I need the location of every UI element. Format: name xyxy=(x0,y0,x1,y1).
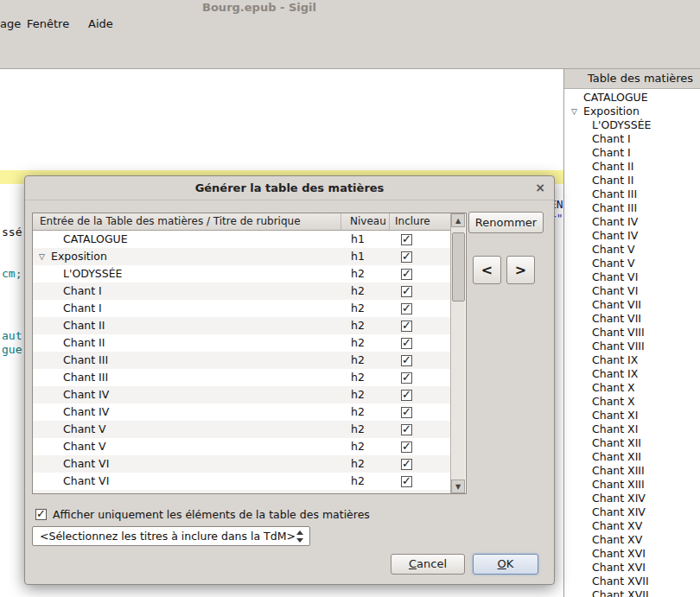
toc-tree-item[interactable]: Chant VII xyxy=(564,312,700,326)
menu-fenetre[interactable]: Fenêtre xyxy=(27,14,69,35)
include-checkbox[interactable] xyxy=(401,424,412,435)
toc-tree-item[interactable]: Chant I xyxy=(564,132,700,146)
include-checkbox[interactable] xyxy=(401,476,412,487)
include-checkbox[interactable] xyxy=(401,251,412,263)
toc-tree-item[interactable]: Chant V xyxy=(564,243,700,257)
toc-tree-item[interactable]: Chant XIV xyxy=(564,492,700,505)
include-checkbox[interactable] xyxy=(401,234,412,245)
toc-table-row[interactable]: Chant VII h2 xyxy=(33,490,450,494)
toc-entry-label: Chant IV xyxy=(63,386,109,403)
filter-checkbox[interactable] xyxy=(35,509,47,520)
window-titlebar[interactable]: Bourg.epub - Sigil xyxy=(0,0,700,14)
close-icon[interactable]: × xyxy=(535,176,545,200)
toc-tree-item[interactable]: Chant XIV xyxy=(564,505,700,519)
toc-tree-item[interactable]: Chant XVI xyxy=(564,561,700,575)
toc-tree-item[interactable]: Chant VIII xyxy=(564,340,700,353)
include-checkbox[interactable] xyxy=(401,338,412,349)
toc-tree-item[interactable]: Chant X xyxy=(564,381,700,395)
toc-table-row[interactable]: Exposition h1 xyxy=(33,248,450,265)
include-checkbox[interactable] xyxy=(401,321,412,332)
header-level[interactable]: Niveau xyxy=(341,213,390,230)
rename-button[interactable]: Renommer xyxy=(468,212,544,233)
toc-entry-level: h2 xyxy=(341,352,390,369)
toc-table-row[interactable]: Chant IV h2 xyxy=(33,403,450,421)
toc-entry-level: h2 xyxy=(341,421,390,438)
toc-tree-item[interactable]: Chant XI xyxy=(564,422,700,436)
toc-item-label: Chant XIV xyxy=(592,505,646,519)
toc-table-row[interactable]: Chant V h2 xyxy=(33,438,450,455)
include-checkbox[interactable] xyxy=(401,355,412,366)
toc-tree-item[interactable]: CATALOGUE xyxy=(564,91,700,105)
toc-tree-item[interactable]: Chant IV xyxy=(564,215,700,229)
expander-icon[interactable] xyxy=(39,248,51,265)
toc-table-row[interactable]: CATALOGUE h1 xyxy=(33,231,450,248)
toc-table-row[interactable]: Chant II h2 xyxy=(33,334,450,352)
cancel-button[interactable]: Cancel xyxy=(391,554,465,575)
include-checkbox[interactable] xyxy=(401,493,412,495)
toc-tree-item[interactable]: Chant IX xyxy=(564,353,700,367)
expander-icon[interactable] xyxy=(571,105,583,118)
filter-label[interactable]: Afficher uniquement les éléments de la t… xyxy=(53,508,370,521)
toc-tree-item[interactable]: Chant VII xyxy=(564,298,700,312)
toc-tree-item[interactable]: Chant IV xyxy=(564,229,700,243)
toc-tree-item[interactable]: Chant III xyxy=(564,201,700,215)
header-entry[interactable]: Entrée de la Table des matières / Titre … xyxy=(33,213,341,230)
include-titles-select[interactable]: <Sélectionnez les titres à inclure dans … xyxy=(32,526,310,546)
toc-table-row[interactable]: L'ODYSSÉE h2 xyxy=(33,265,450,283)
toc-tree-item[interactable]: Chant XII xyxy=(564,450,700,464)
toc-tree-item[interactable]: Chant XIII xyxy=(564,478,700,492)
toc-table-row[interactable]: Chant III h2 xyxy=(33,352,450,369)
dialog-titlebar[interactable]: Générer la table des matières × xyxy=(25,176,554,200)
toc-table-row[interactable]: Chant V h2 xyxy=(33,421,450,438)
decrease-level-button[interactable]: < xyxy=(473,256,501,284)
toc-tree-item[interactable]: Chant XIII xyxy=(564,464,700,478)
toc-item-label: Chant I xyxy=(592,132,631,146)
toc-tree[interactable]: CATALOGUE Exposition L'ODYSSÉE Chant I C… xyxy=(564,89,700,597)
toc-tree-item[interactable]: Chant V xyxy=(564,257,700,270)
toc-table-row[interactable]: Chant IV h2 xyxy=(33,386,450,403)
toc-table: Entrée de la Table des matières / Titre … xyxy=(32,213,467,494)
toc-tree-item[interactable]: Chant XV xyxy=(564,533,700,547)
toc-tree-item[interactable]: Chant VI xyxy=(564,270,700,284)
toc-table-row[interactable]: Chant VI h2 xyxy=(33,455,450,473)
toc-tree-item[interactable]: Chant II xyxy=(564,160,700,174)
toc-tree-item[interactable]: Chant IX xyxy=(564,367,700,381)
include-checkbox[interactable] xyxy=(401,390,412,401)
toc-tree-item[interactable]: L'ODYSSÉE xyxy=(564,118,700,132)
include-checkbox[interactable] xyxy=(401,286,412,297)
toc-tree-item[interactable]: Chant XI xyxy=(564,409,700,422)
ok-button[interactable]: OK xyxy=(473,554,538,575)
table-scrollbar[interactable]: ▲ ▼ xyxy=(450,213,465,493)
toc-tree-item[interactable]: Chant VIII xyxy=(564,326,700,340)
include-checkbox[interactable] xyxy=(401,269,412,280)
toc-tree-item[interactable]: Chant XVII xyxy=(564,588,700,597)
toc-tree-item[interactable]: Chant III xyxy=(564,187,700,201)
include-checkbox[interactable] xyxy=(401,372,412,384)
scrollbar-thumb[interactable] xyxy=(452,232,465,302)
toc-table-row[interactable]: Chant III h2 xyxy=(33,369,450,386)
menu-aide[interactable]: Aide xyxy=(88,14,113,35)
header-include[interactable]: Inclure xyxy=(390,213,450,230)
toc-tree-item[interactable]: Chant VI xyxy=(564,284,700,298)
toc-tree-item[interactable]: Chant X xyxy=(564,395,700,409)
toc-tree-item[interactable]: Chant XV xyxy=(564,519,700,533)
toc-tree-item[interactable]: Chant XII xyxy=(564,436,700,450)
increase-level-button[interactable]: > xyxy=(506,256,535,284)
scroll-up-icon[interactable]: ▲ xyxy=(451,213,465,227)
toc-tree-item[interactable]: Chant XVII xyxy=(564,575,700,588)
menu-affichage[interactable]: age xyxy=(0,14,21,35)
include-checkbox[interactable] xyxy=(401,441,412,453)
toc-table-row[interactable]: Chant II h2 xyxy=(33,317,450,334)
toc-tree-item[interactable]: Chant XVI xyxy=(564,547,700,561)
toc-table-row[interactable]: Chant I h2 xyxy=(33,300,450,317)
include-checkbox[interactable] xyxy=(401,303,412,314)
toc-table-row[interactable]: Chant VI h2 xyxy=(33,473,450,490)
toc-tree-item[interactable]: Chant I xyxy=(564,146,700,160)
toc-tree-item[interactable]: Chant II xyxy=(564,174,700,187)
include-checkbox[interactable] xyxy=(401,459,412,470)
toc-table-row[interactable]: Chant I h2 xyxy=(33,283,450,300)
code-fragment: ssé xyxy=(2,225,22,239)
toc-tree-item[interactable]: Exposition xyxy=(564,105,700,118)
scroll-down-icon[interactable]: ▼ xyxy=(451,480,465,493)
include-checkbox[interactable] xyxy=(401,407,412,418)
